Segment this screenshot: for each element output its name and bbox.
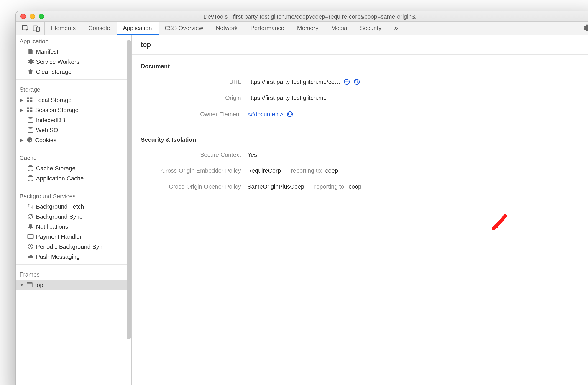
inspect-element-icon[interactable] (21, 24, 30, 32)
label-origin: Origin (141, 94, 247, 101)
sidebar-item-session-storage[interactable]: ▶ Session Storage (16, 105, 131, 115)
value-secure-context: Yes (247, 151, 257, 158)
label-coop: Cross-Origin Opener Policy (141, 183, 247, 190)
svg-rect-9 (27, 110, 29, 112)
svg-rect-22 (27, 282, 32, 287)
tab-application[interactable]: Application (117, 22, 158, 35)
row-url: URL https://first-party-test.glitch.me/c… (132, 73, 588, 90)
value-origin: https://first-party-test.glitch.me (247, 94, 327, 101)
frame-title: top (132, 35, 588, 55)
svg-rect-8 (30, 107, 33, 109)
svg-rect-10 (30, 110, 33, 112)
sidebar-item-cookies[interactable]: ▶ Cookies (16, 135, 131, 145)
label-url: URL (141, 78, 247, 85)
settings-gear-icon[interactable] (583, 24, 588, 33)
sidebar-item-indexeddb[interactable]: IndexedDB (16, 115, 131, 125)
sidebar-item-manifest[interactable]: Manifest (16, 46, 131, 57)
chevron-double-right-icon: » (394, 24, 398, 32)
tab-security[interactable]: Security (354, 22, 388, 35)
titlebar: DevTools - first-party-test.glitch.me/co… (16, 11, 588, 22)
sidebar-item-websql[interactable]: Web SQL (16, 125, 131, 135)
sidebar-item-periodic-background-sync[interactable]: Periodic Background Syn (16, 241, 131, 252)
cookie-icon (26, 136, 33, 144)
svg-point-18 (28, 175, 33, 177)
sidebar-section-application: Application (16, 35, 131, 46)
window-title: DevTools - first-party-test.glitch.me/co… (16, 13, 588, 20)
sidebar-vertical-scrollbar[interactable] (127, 38, 131, 385)
frame-details-panel: top Document URL https://first-party-tes… (132, 35, 588, 385)
device-toolbar-icon[interactable] (32, 24, 41, 32)
sidebar-section-background-services: Background Services (16, 189, 131, 201)
sidebar-scroll[interactable]: Application Manifest Service Workers Cle… (16, 35, 131, 385)
svg-point-26 (354, 79, 359, 84)
tabstrip-left-tools (18, 22, 45, 35)
section-title-security: Security & Isolation (132, 128, 588, 147)
tab-memory[interactable]: Memory (291, 22, 325, 35)
annotation-arrow-icon (490, 214, 507, 232)
reveal-in-sources-icon[interactable] (343, 78, 351, 85)
sidebar-item-clear-storage[interactable]: Clear storage (16, 66, 131, 77)
value-coep: RequireCorp (247, 167, 281, 174)
svg-rect-4 (30, 98, 33, 99)
database-icon (27, 174, 34, 182)
coop-reporting-target: coop (349, 183, 361, 190)
close-window-button[interactable] (21, 14, 26, 19)
tab-media[interactable]: Media (325, 22, 354, 35)
row-secure-context: Secure Context Yes (132, 147, 588, 163)
clock-icon (27, 243, 34, 250)
disclosure-triangle-icon[interactable]: ▼ (20, 282, 24, 287)
svg-rect-6 (30, 100, 33, 102)
traffic-lights (16, 14, 44, 19)
database-icon (27, 116, 34, 124)
sidebar-item-frame-top[interactable]: ▼ top (16, 280, 131, 290)
sidebar-item-payment-handler[interactable]: Payment Handler (16, 232, 131, 241)
row-origin: Origin https://first-party-test.glitch.m… (132, 90, 588, 106)
svg-point-16 (29, 141, 30, 142)
tab-network[interactable]: Network (210, 22, 244, 35)
coep-reporting-prefix: reporting to: (291, 167, 322, 174)
sidebar-item-notifications[interactable]: Notifications (16, 221, 131, 232)
section-title-document: Document (132, 55, 588, 73)
sidebar-item-background-sync[interactable]: Background Sync (16, 212, 131, 221)
cloud-icon (27, 253, 34, 260)
sidebar-section-cache: Cache (16, 151, 131, 163)
row-coop: Cross-Origin Opener Policy SameOriginPlu… (132, 179, 588, 194)
svg-point-11 (28, 117, 33, 119)
disclosure-triangle-icon[interactable]: ▶ (20, 97, 24, 102)
devtools-tabstrip: Elements Console Application CSS Overvie… (16, 22, 588, 35)
file-icon (27, 48, 34, 55)
svg-point-17 (28, 165, 33, 167)
gear-icon (27, 58, 34, 65)
tab-elements[interactable]: Elements (45, 22, 82, 35)
svg-rect-7 (27, 107, 29, 109)
disclosure-triangle-icon[interactable]: ▶ (20, 107, 24, 112)
label-secure-context: Secure Context (141, 151, 247, 158)
trash-icon (27, 68, 34, 75)
tabstrip-right-tools (583, 24, 588, 33)
sidebar-item-push-messaging[interactable]: Push Messaging (16, 252, 131, 261)
sidebar-item-service-workers[interactable]: Service Workers (16, 57, 131, 66)
sidebar-item-local-storage[interactable]: ▶ Local Storage (16, 95, 131, 105)
value-owner-element-link[interactable]: <#document> (247, 110, 284, 117)
zoom-window-button[interactable] (39, 14, 44, 19)
svg-point-12 (28, 127, 33, 129)
frame-icon (26, 281, 33, 288)
reveal-in-network-icon[interactable] (353, 78, 360, 85)
svg-rect-2 (36, 27, 39, 31)
tab-css-overview[interactable]: CSS Overview (158, 22, 210, 35)
more-tabs-button[interactable]: » (388, 22, 405, 35)
tab-console[interactable]: Console (82, 22, 116, 35)
disclosure-triangle-icon[interactable]: ▶ (20, 137, 24, 142)
tab-performance[interactable]: Performance (244, 22, 291, 35)
sidebar-item-background-fetch[interactable]: Background Fetch (16, 201, 131, 212)
svg-point-14 (28, 139, 29, 140)
svg-rect-3 (27, 98, 29, 99)
sidebar-section-frames: Frames (16, 267, 131, 280)
sidebar-item-cache-storage[interactable]: Cache Storage (16, 163, 131, 173)
sidebar-item-application-cache[interactable]: Application Cache (16, 173, 131, 183)
bell-icon (27, 223, 34, 230)
panel-body: Application Manifest Service Workers Cle… (16, 35, 588, 385)
reveal-in-elements-icon[interactable] (286, 110, 294, 118)
svg-point-15 (30, 140, 31, 141)
minimize-window-button[interactable] (30, 14, 35, 19)
